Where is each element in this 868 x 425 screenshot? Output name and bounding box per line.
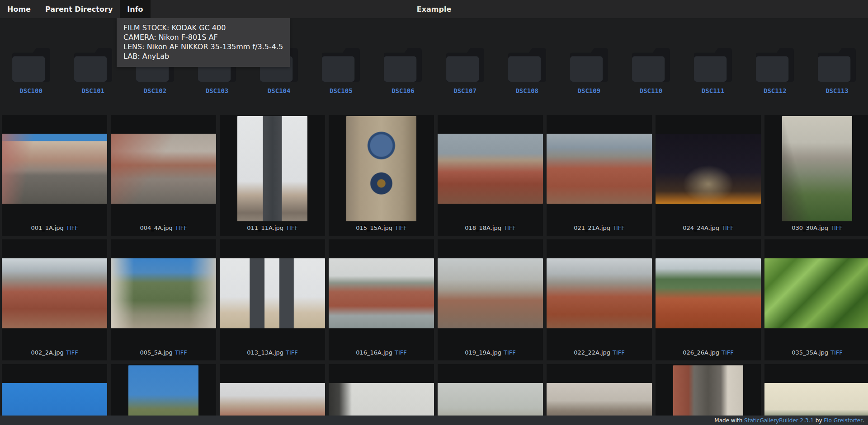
thumbnail-box: [329, 115, 434, 222]
gallery-cell: 005_5A.jpgTIFF: [111, 239, 216, 360]
folder-icon: [320, 47, 362, 83]
tiff-link[interactable]: TIFF: [66, 224, 78, 231]
folder-item-dsc109[interactable]: DSC109: [558, 47, 620, 94]
folder-item-dsc101[interactable]: DSC101: [62, 47, 124, 94]
tiff-link[interactable]: TIFF: [395, 224, 407, 231]
thumbnail-box: [656, 239, 761, 347]
info-camera: CAMERA: Nikon F-801S AF: [123, 33, 283, 42]
tiff-link[interactable]: TIFF: [613, 224, 625, 231]
photo-thumbnail[interactable]: [2, 134, 107, 204]
folder-label[interactable]: DSC107: [453, 87, 476, 94]
folder-icon: [382, 47, 424, 83]
photo-thumbnail[interactable]: [764, 258, 868, 328]
tiff-link[interactable]: TIFF: [830, 349, 843, 356]
folder-label[interactable]: DSC101: [81, 87, 104, 94]
photo-label: 005_5A.jpgTIFF: [111, 347, 216, 360]
photo-filename: 004_4A.jpg: [140, 224, 173, 231]
nav-item-parent-directory[interactable]: Parent Directory: [38, 0, 120, 18]
photo-filename: 005_5A.jpg: [140, 349, 173, 356]
folder-label[interactable]: DSC103: [206, 87, 229, 94]
folder-icon: [568, 47, 610, 83]
folder-item-dsc107[interactable]: DSC107: [434, 47, 496, 94]
tiff-link[interactable]: TIFF: [722, 349, 734, 356]
nav-item-info[interactable]: Info: [120, 0, 150, 18]
info-film-stock: FILM STOCK: KODAK GC 400: [123, 23, 283, 33]
photo-label: 035_35A.jpgTIFF: [764, 347, 868, 360]
folder-label[interactable]: DSC112: [764, 87, 787, 94]
photo-filename: 001_1A.jpg: [31, 224, 64, 231]
photo-label: 002_2A.jpgTIFF: [2, 347, 107, 360]
photo-label: 030_30A.jpgTIFF: [764, 222, 868, 236]
folder-item-dsc108[interactable]: DSC108: [496, 47, 558, 94]
photo-thumbnail[interactable]: [656, 258, 761, 328]
photo-label: 011_11A.jpgTIFF: [220, 222, 325, 236]
folder-icon: [692, 47, 734, 83]
photo-thumbnail[interactable]: [346, 116, 416, 221]
footer-by-text: by: [814, 417, 824, 424]
builder-link[interactable]: StaticGalleryBuilder 2.3.1: [744, 417, 814, 424]
folder-item-dsc100[interactable]: DSC100: [0, 47, 62, 94]
folder-item-dsc111[interactable]: DSC111: [682, 47, 744, 94]
photo-thumbnail[interactable]: [547, 258, 652, 328]
tiff-link[interactable]: TIFF: [286, 224, 298, 231]
photo-thumbnail[interactable]: [111, 134, 216, 204]
tiff-link[interactable]: TIFF: [504, 224, 516, 231]
folder-label[interactable]: DSC102: [144, 87, 167, 94]
page-title: Example: [417, 0, 452, 18]
folder-item-dsc110[interactable]: DSC110: [620, 47, 682, 94]
tiff-link[interactable]: TIFF: [286, 349, 298, 356]
folder-icon: [10, 47, 52, 83]
folder-item-dsc106[interactable]: DSC106: [372, 47, 434, 94]
photo-thumbnail[interactable]: [237, 116, 307, 221]
folder-label[interactable]: DSC109: [578, 87, 601, 94]
gallery-page: Home Parent Directory Info Example FILM …: [0, 0, 868, 425]
tiff-link[interactable]: TIFF: [395, 349, 407, 356]
folder-icon: [506, 47, 548, 83]
folder-label[interactable]: DSC106: [392, 87, 415, 94]
tiff-link[interactable]: TIFF: [613, 349, 625, 356]
tiff-link[interactable]: TIFF: [830, 224, 843, 231]
tiff-link[interactable]: TIFF: [504, 349, 516, 356]
folder-label[interactable]: DSC110: [640, 87, 663, 94]
folder-item-dsc112[interactable]: DSC112: [744, 47, 806, 94]
photo-thumbnail[interactable]: [547, 134, 652, 204]
tiff-link[interactable]: TIFF: [722, 224, 734, 231]
photo-label: 021_21A.jpgTIFF: [547, 222, 652, 236]
photo-filename: 011_11A.jpg: [247, 224, 283, 231]
folder-label[interactable]: DSC105: [330, 87, 353, 94]
photo-filename: 021_21A.jpg: [574, 224, 610, 231]
tiff-link[interactable]: TIFF: [175, 349, 187, 356]
gallery-cell: 030_30A.jpgTIFF: [764, 115, 868, 236]
nav-item-home[interactable]: Home: [0, 0, 38, 18]
tiff-link[interactable]: TIFF: [175, 224, 187, 231]
folder-item-dsc113[interactable]: DSC113: [806, 47, 868, 94]
photo-filename: 024_24A.jpg: [683, 224, 719, 231]
gallery-cell: 016_16A.jpgTIFF: [329, 239, 434, 360]
folder-label[interactable]: DSC108: [515, 87, 538, 94]
gallery-cell: 011_11A.jpgTIFF: [220, 115, 325, 236]
photo-thumbnail[interactable]: [329, 258, 434, 328]
folder-icon: [816, 47, 858, 83]
photo-label: 022_22A.jpgTIFF: [547, 347, 652, 360]
photo-thumbnail[interactable]: [782, 116, 852, 221]
folder-label[interactable]: DSC111: [702, 87, 725, 94]
thumbnail-box: [438, 239, 543, 347]
photo-thumbnail[interactable]: [438, 258, 543, 328]
photo-thumbnail[interactable]: [111, 258, 216, 328]
folder-label[interactable]: DSC100: [19, 87, 42, 94]
photo-thumbnail[interactable]: [656, 134, 761, 204]
tiff-link[interactable]: TIFF: [66, 349, 78, 356]
gallery-cell: 019_19A.jpgTIFF: [438, 239, 543, 360]
photo-thumbnail[interactable]: [220, 258, 325, 328]
author-link[interactable]: Flo Greistorfer: [824, 417, 863, 424]
photo-thumbnail[interactable]: [438, 134, 543, 204]
thumbnail-box: [220, 115, 325, 222]
gallery-cell: 021_21A.jpgTIFF: [547, 115, 652, 236]
photo-filename: 022_22A.jpg: [574, 349, 610, 356]
folder-label[interactable]: DSC104: [268, 87, 291, 94]
photo-label: 016_16A.jpgTIFF: [329, 347, 434, 360]
photo-label: 001_1A.jpgTIFF: [2, 222, 107, 236]
folder-label[interactable]: DSC113: [826, 87, 849, 94]
photo-thumbnail[interactable]: [2, 258, 107, 328]
folder-item-dsc105[interactable]: DSC105: [310, 47, 372, 94]
